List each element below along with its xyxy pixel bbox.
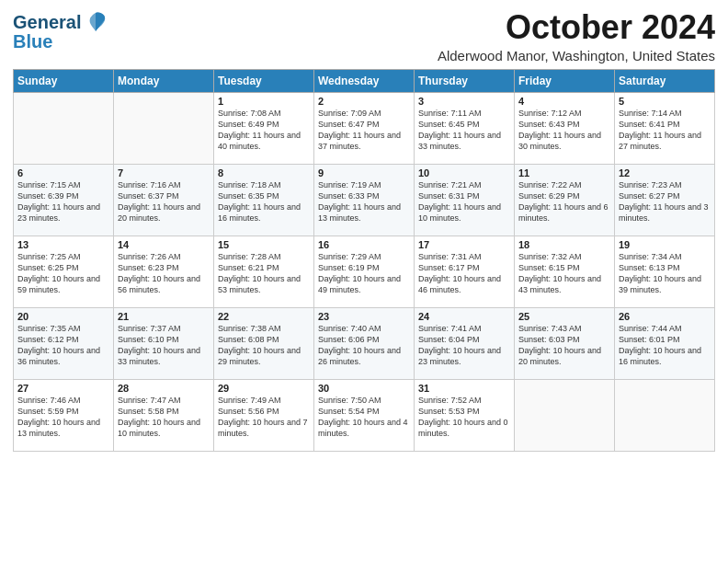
- day-info-line: Daylight: 10 hours and 10 minutes.: [118, 417, 210, 439]
- day-info-line: Sunrise: 7:29 AM: [318, 251, 410, 262]
- day-info: Sunrise: 7:47 AMSunset: 5:58 PMDaylight:…: [118, 395, 210, 440]
- calendar-cell: 31Sunrise: 7:52 AMSunset: 5:53 PMDayligh…: [415, 379, 515, 451]
- day-info-line: Daylight: 10 hours and 36 minutes.: [17, 345, 109, 367]
- day-info-line: Sunrise: 7:52 AM: [418, 395, 510, 406]
- day-info: Sunrise: 7:19 AMSunset: 6:33 PMDaylight:…: [318, 179, 410, 224]
- day-info-line: Daylight: 11 hours and 37 minutes.: [318, 130, 410, 152]
- page: General Blue October 2024 Alderwood Mano…: [0, 0, 728, 563]
- day-info-line: Sunrise: 7:22 AM: [518, 179, 610, 190]
- day-info: Sunrise: 7:28 AMSunset: 6:21 PMDaylight:…: [218, 251, 310, 296]
- day-info-line: Sunset: 6:08 PM: [218, 334, 310, 345]
- calendar-cell: 19Sunrise: 7:34 AMSunset: 6:13 PMDayligh…: [615, 236, 715, 307]
- day-number: 26: [619, 311, 711, 322]
- calendar-cell: 20Sunrise: 7:35 AMSunset: 6:12 PMDayligh…: [14, 307, 114, 379]
- day-info-line: Daylight: 11 hours and 6 minutes.: [518, 201, 610, 224]
- calendar-cell: 9Sunrise: 7:19 AMSunset: 6:33 PMDaylight…: [314, 164, 415, 236]
- calendar-day-header: Sunday: [14, 69, 114, 92]
- day-number: 5: [619, 96, 711, 107]
- day-info-line: Daylight: 10 hours and 53 minutes.: [218, 273, 310, 295]
- day-info-line: Daylight: 10 hours and 56 minutes.: [118, 273, 210, 295]
- day-info: Sunrise: 7:44 AMSunset: 6:01 PMDaylight:…: [619, 323, 711, 368]
- calendar-day-header: Monday: [114, 69, 214, 92]
- calendar-cell: 27Sunrise: 7:46 AMSunset: 5:59 PMDayligh…: [14, 379, 114, 451]
- day-number: 16: [318, 239, 410, 250]
- day-number: 23: [318, 311, 410, 322]
- day-info: Sunrise: 7:23 AMSunset: 6:27 PMDaylight:…: [619, 179, 711, 224]
- day-info-line: Sunset: 6:49 PM: [218, 119, 310, 130]
- day-info-line: Sunset: 6:17 PM: [418, 262, 510, 273]
- day-info: Sunrise: 7:52 AMSunset: 5:53 PMDaylight:…: [418, 395, 510, 440]
- day-number: 17: [418, 239, 510, 250]
- day-info-line: Daylight: 11 hours and 16 minutes.: [218, 201, 310, 224]
- day-info-line: Sunrise: 7:32 AM: [518, 251, 610, 262]
- day-info-line: Sunset: 5:53 PM: [418, 406, 510, 417]
- day-info-line: Daylight: 10 hours and 13 minutes.: [17, 417, 109, 439]
- day-info-line: Sunset: 5:56 PM: [218, 406, 310, 417]
- day-info-line: Daylight: 10 hours and 0 minutes.: [418, 417, 510, 439]
- calendar-cell: [515, 379, 615, 451]
- calendar-cell: 26Sunrise: 7:44 AMSunset: 6:01 PMDayligh…: [615, 307, 715, 379]
- day-info: Sunrise: 7:35 AMSunset: 6:12 PMDaylight:…: [17, 323, 109, 368]
- calendar-cell: 24Sunrise: 7:41 AMSunset: 6:04 PMDayligh…: [415, 307, 515, 379]
- day-number: 20: [17, 311, 109, 322]
- day-info-line: Sunrise: 7:43 AM: [518, 323, 610, 334]
- day-number: 1: [218, 96, 310, 107]
- day-info-line: Sunrise: 7:31 AM: [418, 251, 510, 262]
- title-block: October 2024 Alderwood Manor, Washington…: [438, 9, 715, 63]
- day-info-line: Sunset: 5:58 PM: [118, 406, 210, 417]
- day-info: Sunrise: 7:11 AMSunset: 6:45 PMDaylight:…: [418, 108, 510, 153]
- day-number: 7: [118, 167, 210, 178]
- location-title: Alderwood Manor, Washington, United Stat…: [438, 48, 715, 63]
- calendar-cell: 25Sunrise: 7:43 AMSunset: 6:03 PMDayligh…: [515, 307, 615, 379]
- calendar-cell: 14Sunrise: 7:26 AMSunset: 6:23 PMDayligh…: [114, 236, 214, 307]
- day-info-line: Sunrise: 7:08 AM: [218, 108, 310, 119]
- day-info-line: Sunset: 6:12 PM: [17, 334, 109, 345]
- day-number: 25: [518, 311, 610, 322]
- calendar-day-header: Wednesday: [314, 69, 415, 92]
- day-number: 2: [318, 96, 410, 107]
- day-info-line: Daylight: 11 hours and 10 minutes.: [418, 201, 510, 224]
- day-info: Sunrise: 7:18 AMSunset: 6:35 PMDaylight:…: [218, 179, 310, 224]
- day-info-line: Sunrise: 7:34 AM: [619, 251, 711, 262]
- calendar-cell: 11Sunrise: 7:22 AMSunset: 6:29 PMDayligh…: [515, 164, 615, 236]
- day-info-line: Sunset: 6:47 PM: [318, 119, 410, 130]
- calendar-cell: 29Sunrise: 7:49 AMSunset: 5:56 PMDayligh…: [214, 379, 314, 451]
- day-number: 27: [17, 383, 109, 394]
- day-number: 4: [518, 96, 610, 107]
- day-number: 15: [218, 239, 310, 250]
- calendar-header-row: SundayMondayTuesdayWednesdayThursdayFrid…: [14, 69, 715, 92]
- day-info-line: Daylight: 10 hours and 16 minutes.: [619, 345, 711, 367]
- day-info-line: Daylight: 11 hours and 33 minutes.: [418, 130, 510, 152]
- day-number: 21: [118, 311, 210, 322]
- calendar-cell: 17Sunrise: 7:31 AMSunset: 6:17 PMDayligh…: [415, 236, 515, 307]
- day-info-line: Sunrise: 7:16 AM: [118, 179, 210, 190]
- calendar-week-row: 27Sunrise: 7:46 AMSunset: 5:59 PMDayligh…: [14, 379, 715, 451]
- day-info-line: Sunset: 6:35 PM: [218, 190, 310, 201]
- day-info-line: Sunset: 6:15 PM: [518, 262, 610, 273]
- calendar-cell: 12Sunrise: 7:23 AMSunset: 6:27 PMDayligh…: [615, 164, 715, 236]
- day-info-line: Sunset: 6:27 PM: [619, 190, 711, 201]
- day-info-line: Daylight: 10 hours and 7 minutes.: [218, 417, 310, 439]
- day-info: Sunrise: 7:12 AMSunset: 6:43 PMDaylight:…: [518, 108, 610, 153]
- logo: General Blue: [13, 9, 108, 52]
- day-info-line: Sunrise: 7:28 AM: [218, 251, 310, 262]
- day-info-line: Daylight: 10 hours and 46 minutes.: [418, 273, 510, 295]
- calendar-cell: 3Sunrise: 7:11 AMSunset: 6:45 PMDaylight…: [415, 92, 515, 164]
- calendar-week-row: 13Sunrise: 7:25 AMSunset: 6:25 PMDayligh…: [14, 236, 715, 307]
- day-info: Sunrise: 7:37 AMSunset: 6:10 PMDaylight:…: [118, 323, 210, 368]
- calendar-cell: 8Sunrise: 7:18 AMSunset: 6:35 PMDaylight…: [214, 164, 314, 236]
- calendar-cell: [114, 92, 214, 164]
- day-info-line: Daylight: 10 hours and 26 minutes.: [318, 345, 410, 367]
- day-info-line: Sunset: 6:45 PM: [418, 119, 510, 130]
- day-info-line: Daylight: 10 hours and 4 minutes.: [318, 417, 410, 439]
- day-info: Sunrise: 7:09 AMSunset: 6:47 PMDaylight:…: [318, 108, 410, 153]
- calendar-week-row: 6Sunrise: 7:15 AMSunset: 6:39 PMDaylight…: [14, 164, 715, 236]
- day-number: 18: [518, 239, 610, 250]
- day-info: Sunrise: 7:43 AMSunset: 6:03 PMDaylight:…: [518, 323, 610, 368]
- calendar-week-row: 20Sunrise: 7:35 AMSunset: 6:12 PMDayligh…: [14, 307, 715, 379]
- day-info-line: Sunrise: 7:50 AM: [318, 395, 410, 406]
- day-info: Sunrise: 7:49 AMSunset: 5:56 PMDaylight:…: [218, 395, 310, 440]
- day-info-line: Sunset: 6:03 PM: [518, 334, 610, 345]
- day-number: 9: [318, 167, 410, 178]
- header: General Blue October 2024 Alderwood Mano…: [13, 9, 715, 63]
